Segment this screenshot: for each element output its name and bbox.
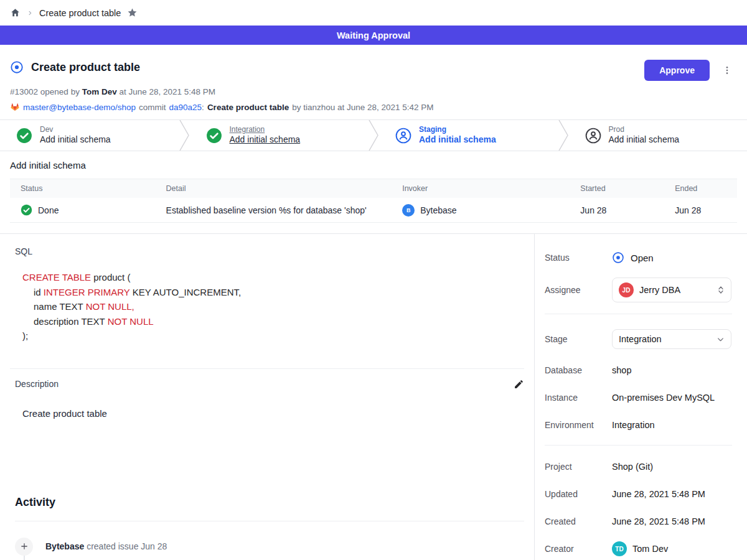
- issue-meta: #13002 opened by Tom Dev at June 28, 202…: [10, 87, 737, 96]
- column-detail: Detail: [156, 184, 392, 193]
- opened-at: at June 28, 2021 5:48 PM: [119, 87, 215, 96]
- description-text[interactable]: Create product table: [22, 408, 524, 419]
- plus-icon: [15, 538, 33, 556]
- star-icon[interactable]: [127, 7, 138, 18]
- divider: [15, 521, 524, 521]
- assignee-label: Assignee: [545, 285, 612, 295]
- database-value[interactable]: shop: [612, 365, 732, 375]
- sql-text: name TEXT: [34, 301, 86, 312]
- person-circle-icon: [585, 128, 601, 144]
- list-item: Bytebase created issue Jun 28: [15, 538, 524, 556]
- issue-author[interactable]: Tom Dev: [82, 87, 117, 96]
- column-status: Status: [10, 184, 156, 193]
- opened-by-label: opened by: [40, 87, 80, 96]
- creator-label: Creator: [545, 544, 612, 554]
- breadcrumb-page-title: Create product table: [39, 8, 121, 18]
- open-status-icon: [612, 251, 624, 264]
- updown-chevron-icon: [717, 286, 725, 294]
- divider: [545, 445, 732, 446]
- check-circle-icon: [21, 204, 32, 216]
- stage-dev[interactable]: Dev Add initial schema: [0, 120, 179, 151]
- activity-heading: Activity: [15, 496, 524, 509]
- assignee-select[interactable]: JD Jerry DBA: [612, 278, 731, 302]
- instance-label: Instance: [545, 393, 612, 403]
- stage-task-label: Add initial schema: [40, 134, 111, 146]
- commit-branch-link[interactable]: master@bytebase-demo/shop: [23, 103, 136, 112]
- approve-button[interactable]: Approve: [644, 60, 710, 81]
- gitlab-icon: [10, 102, 20, 112]
- creator-value[interactable]: Tom Dev: [632, 544, 668, 554]
- stage-task-label: Add initial schema: [419, 134, 496, 146]
- created-value: June 28, 2021 5:48 PM: [612, 516, 732, 526]
- check-circle-icon: [16, 128, 32, 144]
- commit-byline: by tianzhou at June 28, 2021 5:42 PM: [292, 103, 433, 112]
- database-label: Database: [545, 365, 612, 375]
- column-invoker: Invoker: [392, 184, 570, 193]
- commit-line: master@bytebase-demo/shop commit da90a25…: [10, 102, 737, 112]
- task-section: Add initial schema Status Detail Invoker…: [0, 151, 747, 223]
- sql-text: product (: [91, 272, 130, 282]
- invoker-avatar: B: [402, 204, 415, 217]
- stage-env-label: Staging: [419, 125, 496, 134]
- issue-ref: #13002: [10, 87, 38, 96]
- check-circle-icon: [206, 128, 222, 144]
- chevron-down-icon: [716, 335, 725, 343]
- sql-label: SQL: [15, 246, 524, 256]
- task-invoker-value: Bytebase: [420, 205, 456, 215]
- breadcrumb: Create product table: [0, 0, 747, 26]
- project-value[interactable]: Shop (Git): [612, 462, 732, 472]
- stage-task-label: Add initial schema: [609, 134, 680, 146]
- column-started: Started: [570, 184, 664, 193]
- task-ended-value: Jun 28: [675, 205, 701, 215]
- stage-env-label: Integration: [230, 125, 301, 134]
- stage-separator: [368, 120, 379, 151]
- main-panel: SQL CREATE TABLE product (id INTEGER PRI…: [0, 234, 534, 560]
- page-title: Create product table: [31, 61, 140, 74]
- stage-staging[interactable]: Staging Add initial schema: [379, 120, 558, 151]
- stage-select[interactable]: Integration: [612, 329, 731, 349]
- table-row[interactable]: Done Established baseline version %s for…: [10, 198, 737, 222]
- instance-value[interactable]: On-premises Dev MySQL: [612, 393, 732, 403]
- status-banner: Waiting Approval: [0, 26, 747, 45]
- sql-keyword: CREATE TABLE: [22, 272, 91, 282]
- updated-value: June 28, 2021 5:48 PM: [612, 489, 732, 499]
- divider: [545, 314, 732, 314]
- divider: [10, 368, 524, 369]
- stage-env-label: Prod: [609, 125, 680, 134]
- environment-value[interactable]: Integration: [612, 420, 732, 430]
- sql-code-block[interactable]: CREATE TABLE product (id INTEGER PRIMARY…: [22, 270, 524, 343]
- stage-separator: [558, 120, 569, 151]
- stage-integration[interactable]: Integration Add initial schema: [190, 120, 369, 151]
- sql-keyword: NOT NULL,: [86, 301, 134, 312]
- home-icon[interactable]: [10, 7, 21, 18]
- commit-hash-link[interactable]: da90a25: [169, 103, 202, 112]
- sql-keyword: INTEGER PRIMARY: [44, 287, 130, 297]
- commit-word: commit: [139, 103, 166, 112]
- project-label: Project: [545, 462, 612, 472]
- sql-text: KEY AUTO_INCREMENT,: [129, 287, 241, 297]
- activity-actor[interactable]: Bytebase: [45, 541, 84, 551]
- person-circle-icon: [395, 128, 411, 144]
- kebab-menu-icon[interactable]: [717, 65, 737, 76]
- created-label: Created: [545, 516, 612, 526]
- stage-task-label: Add initial schema: [230, 134, 301, 146]
- activity-timeline: Bytebase created issue Jun 28: [15, 538, 524, 556]
- edit-pencil-icon[interactable]: [514, 379, 524, 390]
- status-value: Open: [631, 253, 654, 263]
- issue-header: Create product table Approve #13002 open…: [0, 45, 747, 112]
- stage-prod[interactable]: Prod Add initial schema: [569, 120, 747, 151]
- environment-label: Environment: [545, 420, 612, 430]
- status-banner-text: Waiting Approval: [337, 30, 410, 40]
- task-status-value: Done: [38, 205, 59, 215]
- sql-text: description TEXT: [34, 316, 108, 327]
- task-started-value: Jun 28: [580, 205, 606, 215]
- creator-avatar: TD: [612, 541, 627, 556]
- stage-label: Stage: [545, 334, 612, 344]
- commit-message: Create product table: [207, 103, 289, 112]
- assignee-avatar: JD: [619, 282, 634, 297]
- issue-sidebar: Status Open Assignee JD Jerry DBA Stage …: [534, 234, 747, 560]
- assignee-value: Jerry DBA: [639, 285, 712, 295]
- stage-env-label: Dev: [40, 125, 111, 134]
- issue-open-status-icon: [10, 60, 24, 74]
- stage-separator: [179, 120, 190, 151]
